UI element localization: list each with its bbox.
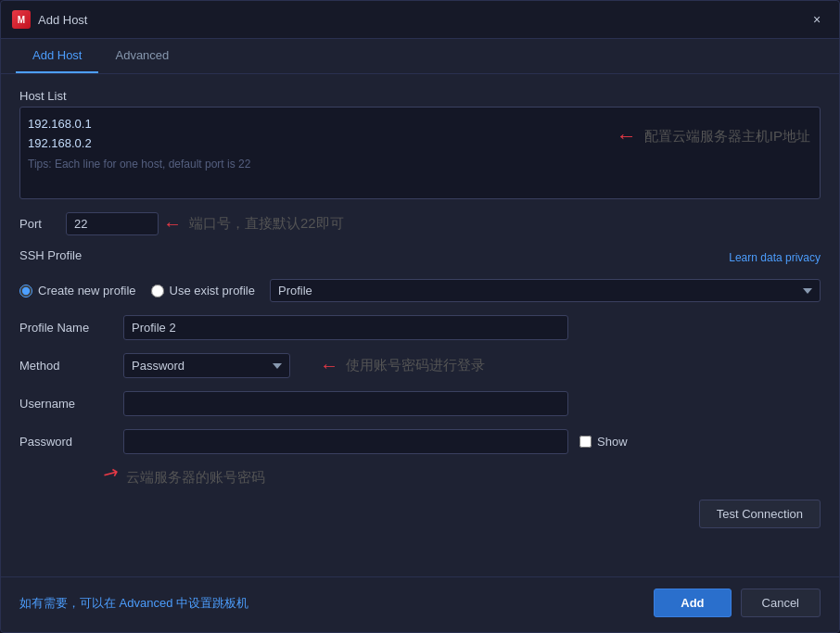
profile-name-row: Profile Name: [19, 315, 821, 340]
test-connection-button[interactable]: Test Connection: [699, 500, 821, 528]
profile-name-input[interactable]: [123, 315, 568, 340]
app-icon: M: [12, 10, 31, 29]
create-new-profile-option[interactable]: Create new profile: [19, 284, 136, 298]
host-entry-1: 192.168.0.1: [28, 115, 812, 134]
method-select[interactable]: Password Private Key: [123, 353, 290, 378]
profile-dropdown[interactable]: Profile: [270, 279, 821, 302]
host-list-tip: Tips: Each line for one host, default po…: [28, 158, 812, 171]
content-area: Host List 192.168.0.1 192.168.0.2 Tips: …: [1, 74, 839, 576]
show-password-toggle[interactable]: Show: [579, 435, 628, 449]
username-label: Username: [19, 397, 112, 411]
password-annotation-row: ↗ 云端服务器的账号密码: [19, 462, 821, 487]
footer: 如有需要，可以在 Advanced 中设置跳板机 Add Cancel: [1, 576, 839, 632]
add-host-dialog: M Add Host × Add Host Advanced Host List…: [0, 0, 840, 633]
cancel-button[interactable]: Cancel: [741, 589, 821, 617]
test-connection-row: Test Connection: [19, 500, 821, 528]
footer-buttons: Add Cancel: [654, 589, 821, 617]
dialog-title: Add Host: [38, 13, 87, 27]
method-row: Method Password Private Key ← 使用账号密码进行登录: [19, 353, 821, 378]
close-button[interactable]: ×: [806, 8, 828, 31]
port-label: Port: [19, 217, 57, 231]
host-list-box[interactable]: 192.168.0.1 192.168.0.2 Tips: Each line …: [19, 107, 821, 199]
tab-advanced[interactable]: Advanced: [98, 39, 185, 73]
host-list-label: Host List: [19, 89, 821, 103]
title-bar-left: M Add Host: [12, 10, 87, 29]
learn-link[interactable]: Learn data privacy: [729, 251, 821, 264]
password-row: Password Show: [19, 429, 821, 454]
profile-name-label: Profile Name: [19, 321, 112, 335]
host-entry-2: 192.168.0.2: [28, 134, 812, 154]
tab-bar: Add Host Advanced: [1, 39, 839, 74]
footer-link[interactable]: 如有需要，可以在 Advanced 中设置跳板机: [19, 595, 248, 612]
port-row: Port ← 端口号，直接默认22即可: [19, 212, 821, 235]
profile-options-row: Create new profile Use exist profile Pro…: [19, 279, 821, 302]
method-label: Method: [19, 359, 112, 373]
method-annotation: 使用账号密码进行登录: [346, 357, 485, 374]
create-new-label: Create new profile: [38, 284, 136, 298]
add-button[interactable]: Add: [654, 589, 731, 617]
ssh-profile-header: SSH Profile Learn data privacy: [19, 248, 821, 266]
show-label-text: Show: [597, 435, 628, 449]
port-annotation: 端口号，直接默认22即可: [189, 215, 344, 233]
host-list-section: Host List 192.168.0.1 192.168.0.2 Tips: …: [19, 89, 821, 199]
password-input[interactable]: [123, 429, 568, 454]
password-label: Password: [19, 435, 112, 449]
use-exist-profile-option[interactable]: Use exist profile: [151, 284, 255, 298]
ssh-profile-label: SSH Profile: [19, 248, 82, 262]
use-exist-label: Use exist profile: [170, 284, 255, 298]
username-row: Username: [19, 391, 821, 416]
username-input[interactable]: [123, 391, 568, 416]
tab-add-host[interactable]: Add Host: [16, 39, 98, 73]
password-annotation: 云端服务器的账号密码: [126, 469, 265, 487]
title-bar: M Add Host ×: [1, 1, 839, 39]
port-input[interactable]: [66, 212, 159, 235]
